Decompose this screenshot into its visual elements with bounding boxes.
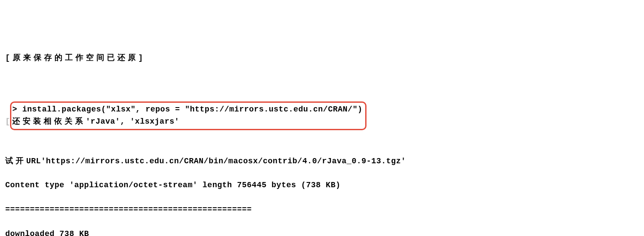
downloaded-line: downloaded 738 KB bbox=[5, 228, 639, 236]
deps-line: 还安装相依关系'rJava', 'xlsxjars' bbox=[12, 116, 362, 128]
download-url: 'https://mirrors.ustc.edu.cn/CRAN/bin/ma… bbox=[41, 157, 406, 165]
content-type-line: Content type 'application/octet-stream' … bbox=[5, 179, 639, 192]
command-text: install.packages("xlsx", repos = "https:… bbox=[22, 105, 363, 114]
deps-prefix: 还安装相依关系 bbox=[12, 117, 86, 126]
blank-line bbox=[5, 76, 639, 88]
try-url-prefix: 试开 bbox=[5, 157, 26, 165]
workspace-restored-msg: [原来保存的工作空间已还原] bbox=[5, 54, 146, 62]
progress-bar: ========================================… bbox=[5, 204, 639, 216]
download-url-line: 试开URL'https://mirrors.ustc.edu.cn/CRAN/b… bbox=[5, 155, 639, 168]
gutter-bracket: [ bbox=[5, 117, 10, 126]
blank-line bbox=[5, 131, 639, 143]
command-line[interactable]: > install.packages("xlsx", repos = "http… bbox=[12, 104, 362, 116]
url-label: URL bbox=[26, 157, 41, 165]
command-highlight-box: > install.packages("xlsx", repos = "http… bbox=[10, 101, 366, 130]
prompt: > bbox=[12, 105, 22, 114]
console-restored-line: [原来保存的工作空间已还原] bbox=[5, 52, 639, 64]
deps-list: 'rJava', 'xlsxjars' bbox=[86, 117, 179, 126]
